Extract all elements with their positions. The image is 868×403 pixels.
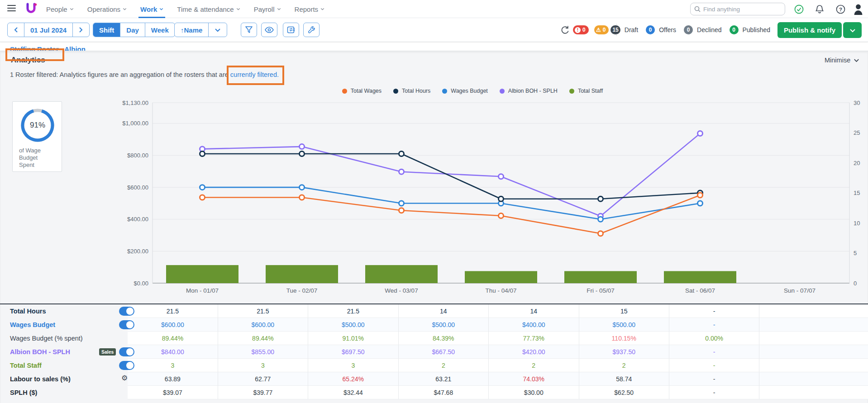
nav-item-operations[interactable]: Operations xyxy=(87,0,127,18)
nav-item-label: Payroll xyxy=(254,5,275,13)
bar-total-staff xyxy=(465,271,537,283)
nav-item-payroll[interactable]: Payroll xyxy=(254,0,281,18)
table-cell: $47.68 xyxy=(399,386,489,399)
table-cell: 3 xyxy=(218,359,308,372)
analytics-panel: Analytics Minimise 1 Roster filtered: An… xyxy=(0,51,868,403)
tasks-check-icon[interactable] xyxy=(794,5,804,16)
error-alert-badge[interactable]: ! 0 xyxy=(573,25,589,34)
row-label: Wages Budget (% spent) xyxy=(10,335,83,342)
row-label-cell: Total Staff xyxy=(0,359,128,372)
app-window: PeopleOperationsWorkTime & attendancePay… xyxy=(0,0,868,403)
chevron-down-icon xyxy=(236,8,240,10)
status-count-declined: 0 xyxy=(684,25,693,34)
y-axis-right-tick: 5 xyxy=(854,250,857,256)
warning-count: 0 xyxy=(603,27,606,33)
y-axis-left-tick: $1,000.00 xyxy=(122,120,148,127)
table-cell: 0.00% xyxy=(669,332,759,345)
table-cell: 77.73% xyxy=(489,332,579,345)
row-toggle[interactable] xyxy=(119,307,134,316)
next-date-button[interactable] xyxy=(72,23,89,37)
notifications-bell-icon[interactable] xyxy=(815,5,824,16)
search-icon xyxy=(694,6,701,12)
warning-alert-badge[interactable]: ⚠ 0 xyxy=(594,25,609,34)
gear-icon[interactable]: ⚙ xyxy=(121,374,128,382)
view-mode-day[interactable]: Day xyxy=(120,23,145,37)
clipped-roster-link[interactable]: Staffing Roster - Albion xyxy=(10,45,86,51)
hamburger-menu-icon[interactable] xyxy=(7,5,16,12)
status-count-published: 0 xyxy=(730,25,739,34)
view-options-button[interactable] xyxy=(261,23,277,37)
data-point xyxy=(499,196,504,201)
filter-button[interactable] xyxy=(241,23,257,37)
global-search[interactable] xyxy=(690,3,785,15)
data-point xyxy=(698,193,703,198)
x-axis-label: Tue - 02/07 xyxy=(286,287,318,294)
help-icon[interactable]: ? xyxy=(836,5,845,16)
data-point xyxy=(300,185,305,190)
table-cell: $500.00 xyxy=(308,318,398,332)
table-cell: 15 xyxy=(579,304,669,318)
sort-by-name-button[interactable]: ↑ Name xyxy=(175,23,208,37)
status-label-declined: Declined xyxy=(697,26,721,33)
copy-schedule-button[interactable] xyxy=(283,23,299,37)
table-cell: 89.44% xyxy=(128,332,218,345)
table-cell: $500.00 xyxy=(579,318,669,332)
user-avatar[interactable] xyxy=(853,3,864,17)
y-axis-right-tick: 15 xyxy=(854,190,860,196)
row-label-cell: Labour to sales (%)⚙ xyxy=(0,372,128,386)
refresh-button[interactable] xyxy=(560,25,569,36)
table-row-albion-boh-splh: Albion BOH - SPLHSales$840.00$855.00$697… xyxy=(0,345,868,359)
table-cell: $500.00 xyxy=(399,318,489,332)
nav-item-reports[interactable]: Reports xyxy=(295,0,325,18)
view-mode-switcher: ShiftDayWeek xyxy=(93,23,175,37)
sort-dropdown-button[interactable] xyxy=(208,23,227,37)
nav-item-people[interactable]: People xyxy=(46,0,74,18)
nav-item-work[interactable]: Work xyxy=(140,0,163,18)
search-input[interactable] xyxy=(703,6,776,13)
publish-notify-button[interactable]: Publish & notify xyxy=(777,22,842,38)
y-axis-left-tick: $600.00 xyxy=(127,184,148,191)
app-logo[interactable] xyxy=(25,2,38,18)
publish-dropdown-button[interactable] xyxy=(843,22,862,38)
table-cell: 62.77 xyxy=(218,372,308,386)
legend-dot xyxy=(569,89,574,94)
logo-icon xyxy=(25,2,38,16)
date-button[interactable]: 01 Jul 2024 xyxy=(24,23,72,37)
line-wages-budget xyxy=(202,187,700,219)
row-toggle[interactable] xyxy=(119,320,134,329)
data-point xyxy=(598,217,603,222)
tools-button[interactable] xyxy=(303,23,320,37)
table-cell: $39.07 xyxy=(128,386,218,399)
warning-icon: ⚠ xyxy=(596,27,601,33)
row-label-cell: Wages Budget xyxy=(0,318,128,332)
table-cell: - xyxy=(669,386,759,399)
nav-item-time-attendance[interactable]: Time & attendance xyxy=(177,0,240,18)
bar-total-staff xyxy=(664,271,736,283)
table-cell: 91.01% xyxy=(308,332,398,345)
chevron-down-icon xyxy=(159,8,163,10)
data-point xyxy=(698,131,703,136)
row-toggle[interactable] xyxy=(119,347,134,356)
row-toggle[interactable] xyxy=(119,361,134,370)
analytics-title: Analytics xyxy=(11,56,45,65)
minimise-button[interactable]: Minimise xyxy=(825,57,859,64)
x-axis-label: Sun - 07/07 xyxy=(784,287,816,294)
view-mode-shift[interactable]: Shift xyxy=(93,23,120,37)
y-axis-left-tick: $200.00 xyxy=(127,248,148,255)
main-content: Staffing Roster - Albion Analytics Minim… xyxy=(0,42,868,403)
calendar-swap-icon xyxy=(287,26,296,34)
chevron-down-icon xyxy=(70,8,74,10)
table-cell-filler xyxy=(759,372,868,386)
data-point xyxy=(399,152,404,156)
prev-date-button[interactable] xyxy=(8,23,24,37)
currently-filtered-link[interactable]: currently filtered. xyxy=(230,71,279,78)
row-label: Total Staff xyxy=(10,362,42,369)
table-cell: 74.03% xyxy=(489,372,579,386)
y-axis-right-tick: 25 xyxy=(854,129,860,136)
x-axis-label: Mon - 01/07 xyxy=(186,287,219,294)
table-cell: - xyxy=(669,359,759,372)
view-mode-week[interactable]: Week xyxy=(145,23,175,37)
chevron-down-icon xyxy=(849,28,856,33)
table-row-labour-to-sales-: Labour to sales (%)⚙63.8962.7765.24%63.2… xyxy=(0,372,868,386)
table-cell: $937.50 xyxy=(579,345,669,359)
